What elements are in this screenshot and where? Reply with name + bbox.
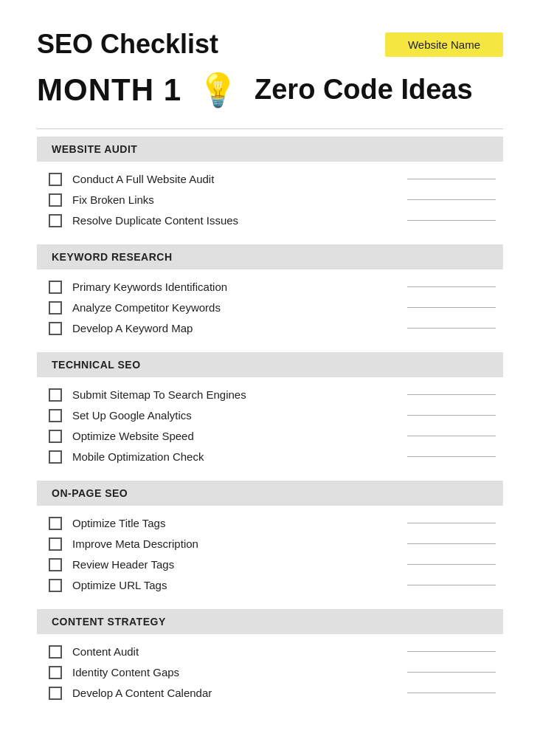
checkbox[interactable]	[49, 579, 62, 592]
bulb-icon: 💡	[198, 74, 238, 106]
item-line	[407, 415, 496, 416]
checkbox[interactable]	[49, 450, 62, 464]
section-header-on-page-seo: ON-PAGE SEO	[37, 481, 503, 506]
checkbox[interactable]	[49, 666, 62, 679]
checklist-items-keyword-research: Primary Keywords IdentificationAnalyze C…	[37, 272, 503, 346]
item-text: Resolve Duplicate Content Issues	[72, 214, 397, 227]
page-header: SEO Checklist Website Name	[37, 30, 503, 59]
item-line	[407, 307, 496, 308]
item-line	[407, 585, 496, 585]
checkbox[interactable]	[49, 687, 62, 700]
item-text: Optimize Website Speed	[72, 430, 397, 442]
item-text: Submit Sitemap To Search Engines	[72, 388, 397, 401]
checkbox[interactable]	[49, 645, 62, 659]
section-content-strategy: CONTENT STRATEGYContent AuditIdentity Co…	[37, 609, 503, 711]
item-line	[407, 286, 496, 287]
checkbox[interactable]	[49, 430, 62, 443]
item-text: Primary Keywords Identification	[72, 281, 397, 293]
checkbox[interactable]	[49, 214, 62, 227]
checklist-item: Content Audit	[37, 642, 503, 662]
section-header-website-audit: WEBSITE AUDIT	[37, 137, 503, 162]
month-brand-row: MONTH 1 💡 Zero Code Ideas	[37, 72, 503, 108]
checkbox[interactable]	[49, 537, 62, 551]
checklist-item: Submit Sitemap To Search Engines	[37, 385, 503, 405]
checklist-items-website-audit: Conduct A Full Website AuditFix Broken L…	[37, 165, 503, 238]
item-line	[407, 693, 496, 693]
checklist-item: Develop A Content Calendar	[37, 683, 503, 704]
item-text: Conduct A Full Website Audit	[72, 173, 397, 185]
item-text: Optimize URL Tags	[72, 579, 397, 591]
section-keyword-research: KEYWORD RESEARCHPrimary Keywords Identif…	[37, 244, 503, 346]
section-website-audit: WEBSITE AUDITConduct A Full Website Audi…	[37, 137, 503, 238]
item-text: Review Header Tags	[72, 558, 397, 571]
checklist-item: Fix Broken Links	[37, 190, 503, 210]
item-text: Mobile Optimization Check	[72, 450, 397, 463]
item-line	[407, 564, 496, 565]
checklist-item: Resolve Duplicate Content Issues	[37, 210, 503, 231]
checklist-item: Improve Meta Description	[37, 534, 503, 554]
sections-container: WEBSITE AUDITConduct A Full Website Audi…	[37, 137, 503, 711]
checklist-item: Set Up Google Analytics	[37, 405, 503, 426]
checkbox[interactable]	[49, 558, 62, 571]
item-text: Develop A Content Calendar	[72, 687, 397, 699]
brand-name: Zero Code Ideas	[255, 74, 473, 106]
item-text: Develop A Keyword Map	[72, 322, 397, 334]
item-text: Analyze Competitor Keywords	[72, 301, 397, 314]
item-text: Fix Broken Links	[72, 193, 397, 206]
item-line	[407, 179, 496, 179]
item-line	[407, 651, 496, 652]
checkbox[interactable]	[49, 281, 62, 294]
item-text: Improve Meta Description	[72, 537, 397, 550]
checkbox[interactable]	[49, 301, 62, 315]
item-text: Optimize Title Tags	[72, 517, 397, 529]
checklist-item: Mobile Optimization Check	[37, 447, 503, 467]
checklist-item: Optimize URL Tags	[37, 575, 503, 596]
checkbox[interactable]	[49, 388, 62, 402]
checklist-items-content-strategy: Content AuditIdentity Content GapsDevelo…	[37, 637, 503, 711]
checklist-item: Develop A Keyword Map	[37, 318, 503, 339]
checkbox[interactable]	[49, 193, 62, 207]
section-header-content-strategy: CONTENT STRATEGY	[37, 609, 503, 634]
item-line	[407, 456, 496, 457]
checklist-item: Primary Keywords Identification	[37, 277, 503, 298]
item-line	[407, 672, 496, 673]
section-header-technical-seo: TECHNICAL SEO	[37, 352, 503, 377]
item-line	[407, 543, 496, 544]
checklist-item: Optimize Website Speed	[37, 426, 503, 447]
checklist-item: Analyze Competitor Keywords	[37, 298, 503, 318]
checklist-item: Review Header Tags	[37, 554, 503, 575]
item-line	[407, 394, 496, 395]
checkbox[interactable]	[49, 517, 62, 530]
item-line	[407, 436, 496, 436]
item-line	[407, 328, 496, 329]
checkbox[interactable]	[49, 322, 62, 335]
checkbox[interactable]	[49, 409, 62, 422]
section-on-page-seo: ON-PAGE SEOOptimize Title TagsImprove Me…	[37, 481, 503, 603]
section-header-keyword-research: KEYWORD RESEARCH	[37, 244, 503, 269]
header-divider	[37, 128, 503, 129]
checklist-items-on-page-seo: Optimize Title TagsImprove Meta Descript…	[37, 509, 503, 603]
section-technical-seo: TECHNICAL SEOSubmit Sitemap To Search En…	[37, 352, 503, 475]
month-label: MONTH 1	[37, 72, 181, 108]
item-line	[407, 220, 496, 221]
item-text: Set Up Google Analytics	[72, 409, 397, 422]
item-text: Content Audit	[72, 645, 397, 658]
page-title: SEO Checklist	[37, 30, 218, 59]
checklist-item: Optimize Title Tags	[37, 513, 503, 534]
checklist-item: Identity Content Gaps	[37, 662, 503, 683]
item-line	[407, 523, 496, 523]
item-text: Identity Content Gaps	[72, 666, 397, 678]
checklist-items-technical-seo: Submit Sitemap To Search EnginesSet Up G…	[37, 380, 503, 475]
item-line	[407, 199, 496, 200]
checklist-item: Conduct A Full Website Audit	[37, 169, 503, 190]
checkbox[interactable]	[49, 173, 62, 186]
website-name-badge[interactable]: Website Name	[385, 32, 503, 57]
